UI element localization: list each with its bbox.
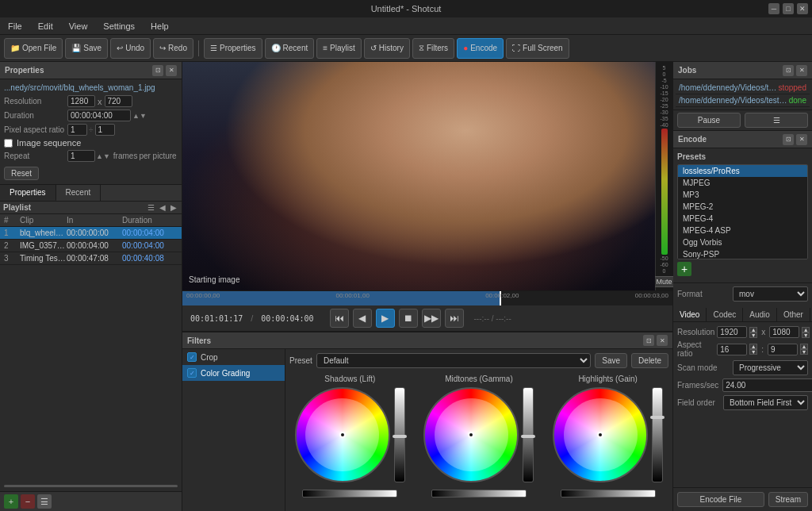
scan-mode-select[interactable]: Progressive <box>733 360 808 375</box>
encode-file-button[interactable]: Encode File <box>677 492 764 507</box>
properties-float-button[interactable]: ⊡ <box>152 65 163 76</box>
shadows-slider[interactable] <box>394 387 405 482</box>
highlights-hue-slider[interactable] <box>561 490 656 498</box>
res-w-input[interactable] <box>717 326 747 338</box>
res-w-down[interactable]: ▼ <box>749 332 757 338</box>
filters-close-btn[interactable]: ✕ <box>657 335 668 346</box>
preset-mjpeg[interactable]: MJPEG <box>678 177 807 189</box>
playlist-row[interactable]: 3 Timing Testsl... 00:00:47:08 00:00:40:… <box>0 252 182 265</box>
menu-settings[interactable]: Settings <box>99 20 139 33</box>
cg-save-button[interactable]: Save <box>595 353 627 368</box>
play-button[interactable]: ▶ <box>376 309 395 328</box>
aspect-h-down[interactable]: ▼ <box>800 349 808 355</box>
preset-lossless[interactable]: lossless/ProRes <box>678 165 807 177</box>
image-sequence-checkbox[interactable] <box>4 139 13 148</box>
highlights-color-wheel[interactable] <box>553 387 648 482</box>
mute-button[interactable]: Mute <box>654 276 675 287</box>
jobs-float-btn[interactable]: ⊡ <box>783 65 794 76</box>
full-screen-button[interactable]: ⛶ Full Screen <box>506 38 569 59</box>
res-w-up[interactable]: ▲ <box>749 327 757 332</box>
timeline-bar[interactable]: 00:00:00,00 00:00:01,00 00:00:02,00 00:0… <box>182 291 672 305</box>
preset-mp3[interactable]: MP3 <box>678 189 807 201</box>
frames-sec-input[interactable] <box>722 378 812 392</box>
tab-properties[interactable]: Properties <box>0 185 56 201</box>
pixel-aspect-2-input[interactable] <box>95 124 115 136</box>
menu-help[interactable]: Help <box>147 20 173 33</box>
skip-end-button[interactable]: ⏭ <box>445 309 464 328</box>
open-file-button[interactable]: 📁 Open File <box>4 38 63 59</box>
filters-button[interactable]: ⧖ Filters <box>412 38 454 59</box>
midtones-wheel[interactable] <box>423 387 519 482</box>
tab-codec[interactable]: Codec <box>707 308 743 321</box>
minimize-button[interactable]: ─ <box>768 3 779 14</box>
midtones-slider[interactable] <box>523 387 534 482</box>
resolution-h-input[interactable] <box>105 95 132 107</box>
jobs-close-btn[interactable]: ✕ <box>796 65 807 76</box>
preset-mpeg4asp[interactable]: MPEG-4 ASP <box>678 225 807 236</box>
tab-video[interactable]: Video <box>673 308 707 321</box>
filter-color-grading[interactable]: ✓ Color Grading <box>182 365 285 381</box>
playlist-prev-btn[interactable]: ◀ <box>158 203 167 212</box>
encode-button[interactable]: ● Encode <box>457 38 504 59</box>
stream-button[interactable]: Stream <box>768 492 808 507</box>
tab-audio[interactable]: Audio <box>743 308 777 321</box>
jobs-menu-button[interactable]: ☰ <box>745 113 808 128</box>
midtones-color-wheel[interactable] <box>423 387 519 482</box>
maximize-button[interactable]: □ <box>783 3 794 14</box>
history-button[interactable]: ↺ History <box>364 38 410 59</box>
shadows-color-wheel[interactable] <box>295 387 390 482</box>
playlist-menu-btn[interactable]: ☰ <box>146 203 156 212</box>
highlights-slider[interactable] <box>652 387 663 482</box>
repeat-value-input[interactable] <box>67 150 95 162</box>
playlist-add-button[interactable]: + <box>4 494 18 509</box>
field-order-select[interactable]: Bottom Field First <box>723 395 808 410</box>
add-preset-button[interactable]: + <box>677 262 691 276</box>
reset-button[interactable]: Reset <box>4 167 39 180</box>
aspect-w-input[interactable] <box>717 344 747 355</box>
window-controls[interactable]: ─ □ ✕ <box>768 3 808 14</box>
res-h-input[interactable] <box>769 326 799 338</box>
recent-button[interactable]: 🕐 Recent <box>265 38 315 59</box>
aspect-h-input[interactable] <box>768 344 798 355</box>
res-h-down[interactable]: ▼ <box>802 332 810 338</box>
undo-button[interactable]: ↩ Undo <box>110 38 151 59</box>
res-h-up[interactable]: ▲ <box>802 327 810 332</box>
redo-button[interactable]: ↪ Redo <box>153 38 193 59</box>
menu-view[interactable]: View <box>65 20 92 33</box>
tab-recent[interactable]: Recent <box>56 185 102 201</box>
midtones-hue-slider[interactable] <box>431 490 527 498</box>
playlist-button[interactable]: ≡ Playlist <box>316 38 362 59</box>
pause-button[interactable]: Pause <box>677 113 741 128</box>
duration-input[interactable] <box>67 110 131 121</box>
playlist-remove-button[interactable]: − <box>21 494 35 509</box>
playlist-row[interactable]: 2 IMG_0357.jpg 00:00:04:00 00:00:04:00 <box>0 240 182 252</box>
preset-mpeg2[interactable]: MPEG-2 <box>678 201 807 213</box>
preset-mpeg4[interactable]: MPEG-4 <box>678 213 807 225</box>
resolution-w-input[interactable] <box>67 95 95 107</box>
cg-delete-button[interactable]: Delete <box>631 353 668 368</box>
midtones-wheel-dot[interactable] <box>468 432 474 438</box>
pixel-aspect-1-input[interactable] <box>67 124 87 136</box>
aspect-h-up[interactable]: ▲ <box>800 344 808 349</box>
prev-frame-button[interactable]: ◀ <box>353 309 372 328</box>
aspect-w-down[interactable]: ▼ <box>749 349 757 355</box>
playlist-next-btn[interactable]: ▶ <box>169 203 178 212</box>
playlist-menu-button[interactable]: ☰ <box>37 494 52 509</box>
next-frame-button[interactable]: ▶▶ <box>422 309 441 328</box>
tab-other[interactable]: Other <box>777 308 810 321</box>
encode-float-btn[interactable]: ⊡ <box>783 134 794 145</box>
shadows-hue-slider[interactable] <box>302 490 397 498</box>
aspect-w-up[interactable]: ▲ <box>749 344 757 349</box>
menu-file[interactable]: File <box>4 20 26 33</box>
playlist-row[interactable]: 1 blq_wheels_... 00:00:00:00 00:00:04:00 <box>0 227 182 240</box>
stop-button[interactable]: ⏹ <box>399 309 418 328</box>
highlights-wheel[interactable] <box>553 387 648 482</box>
properties-close-button[interactable]: ✕ <box>166 65 177 76</box>
close-button[interactable]: ✕ <box>797 3 808 14</box>
encode-close-btn[interactable]: ✕ <box>796 134 807 145</box>
highlights-wheel-dot[interactable] <box>597 432 603 438</box>
filter-crop-check[interactable]: ✓ <box>187 352 197 362</box>
shadows-wheel-dot[interactable] <box>339 432 346 438</box>
format-select[interactable]: mov <box>733 286 808 302</box>
preset-sonypsp[interactable]: Sony-PSP <box>678 248 807 259</box>
